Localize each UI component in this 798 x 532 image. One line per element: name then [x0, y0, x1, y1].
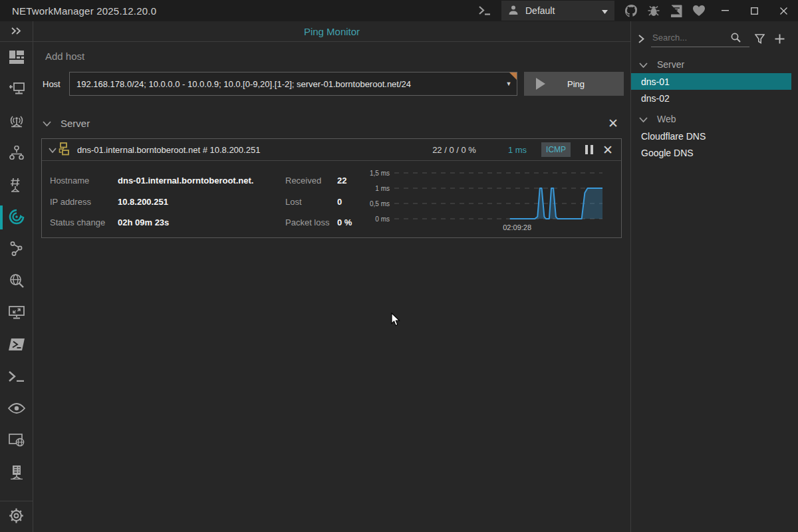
sidebar-item-snmp[interactable]: [0, 457, 33, 489]
group-chevron-icon: [639, 114, 648, 124]
settings-gear-icon: [9, 508, 24, 525]
detail-label: Hostname: [50, 176, 118, 186]
stat-label: Lost: [285, 197, 337, 207]
sidebar-item-remote-desktop[interactable]: [0, 297, 33, 329]
sidebar-item-dns-lookup[interactable]: [0, 265, 33, 297]
web-console-icon: [9, 434, 25, 449]
profile-item-cloudflare-dns[interactable]: Cloudflare DNS: [631, 128, 791, 144]
latency-value: 1 ms: [508, 145, 527, 155]
group-header: Server ✕: [43, 114, 624, 132]
profile-item-google-dns[interactable]: Google DNS: [631, 144, 791, 161]
sidebar-item-putty[interactable]: [0, 361, 33, 393]
server-rack-icon: [10, 465, 23, 481]
sidebar-item-web-console[interactable]: [0, 425, 33, 457]
detail-value: 10.8.200.251: [118, 197, 168, 207]
stat-value: 0 %: [337, 217, 352, 227]
sidebar-expand-button[interactable]: [0, 21, 33, 42]
sidebar-tools: [0, 42, 33, 501]
run-command-icon[interactable]: [473, 0, 496, 21]
filter-icon[interactable]: [749, 34, 769, 44]
svg-text:1,5 ms: 1,5 ms: [370, 170, 390, 177]
host-field-label: Host: [43, 79, 69, 89]
dashboard-icon: [9, 51, 24, 66]
sidebar-item-network-interface[interactable]: [0, 74, 33, 106]
sponsor-heart-icon[interactable]: [688, 0, 710, 21]
group-chevron-icon: [639, 60, 648, 70]
sidebar-item-dashboard[interactable]: [0, 42, 33, 74]
maximize-button[interactable]: [739, 0, 769, 21]
sidebar-item-clipped-tool[interactable]: [0, 489, 33, 501]
dns-lookup-icon: [9, 273, 24, 290]
host-close-button[interactable]: ✕: [602, 144, 613, 156]
stat-label: Received: [285, 176, 337, 186]
sidebar-item-wifi[interactable]: [0, 106, 33, 138]
sidebar-item-powershell[interactable]: [0, 329, 33, 361]
eye-icon: [8, 403, 25, 416]
ping-chart: 1,5 ms1 ms0,5 ms0 ms02:09:28: [354, 165, 620, 234]
profile-item-dns-01[interactable]: dns-01: [631, 73, 791, 90]
ping-button[interactable]: Ping: [524, 72, 624, 96]
profile-group-web[interactable]: Web: [631, 110, 798, 128]
ping-monitor-icon: [9, 209, 25, 227]
detail-label: Status change: [50, 217, 118, 227]
search-input[interactable]: [651, 30, 731, 47]
profiles-toolbar: [631, 25, 798, 52]
group-label: Server: [61, 118, 90, 129]
host-panel-header: dns-01.internal.borntoberoot.net # 10.8.…: [42, 139, 621, 161]
stat-value: 22: [337, 176, 346, 186]
panel-collapse-button[interactable]: [631, 35, 651, 43]
main-content: Ping Monitor Add host Host ▼ Ping Server…: [33, 21, 630, 532]
remote-desktop-icon: [9, 306, 25, 321]
minimize-button[interactable]: [710, 0, 739, 21]
traceroute-icon: [9, 241, 23, 258]
network-interface-icon: [9, 82, 25, 98]
host-combobox[interactable]: ▼: [69, 72, 517, 96]
documentation-icon[interactable]: [665, 0, 688, 21]
profile-group-server[interactable]: Server: [631, 56, 798, 73]
host-panel-title: dns-01.internal.borntoberoot.net # 10.8.…: [77, 145, 260, 155]
profile-name: Default: [525, 5, 595, 16]
profile-item-label: Cloudflare DNS: [641, 131, 706, 142]
sidebar-item-network-topology[interactable]: [0, 138, 33, 170]
add-host-section-label: Add host: [45, 51, 84, 62]
host-input[interactable]: [70, 79, 501, 89]
sidebar-item-ip-scanner[interactable]: [0, 170, 33, 201]
profile-selector[interactable]: Default: [501, 1, 614, 21]
protocol-badge: ICMP: [541, 142, 571, 157]
ip-scanner-icon: [10, 178, 23, 194]
svg-text:1 ms: 1 ms: [375, 185, 390, 192]
double-chevron-right-icon: [11, 27, 22, 37]
wifi-antenna-icon: [9, 114, 25, 130]
main-header: Ping Monitor: [33, 21, 630, 42]
sidebar-item-tigervnc[interactable]: [0, 393, 33, 425]
stat-value: 0: [337, 197, 342, 207]
left-sidebar: [0, 21, 33, 532]
close-button[interactable]: [769, 0, 798, 21]
play-icon: [536, 78, 545, 90]
host-row: Host ▼ Ping: [43, 72, 624, 96]
terminal-icon: [9, 371, 25, 384]
app-title: NETworkManager 2025.12.20.0: [12, 5, 156, 17]
sidebar-item-traceroute[interactable]: [0, 233, 33, 265]
group-close-button[interactable]: ✕: [608, 117, 618, 130]
panel-collapse-chevron[interactable]: [49, 145, 57, 155]
detail-value: 02h 09m 23s: [118, 217, 169, 227]
github-icon[interactable]: [620, 0, 642, 21]
bug-report-icon[interactable]: [642, 0, 665, 21]
ping-button-label: Ping: [545, 79, 606, 89]
sidebar-settings[interactable]: [0, 501, 33, 532]
group-collapse-chevron[interactable]: [43, 118, 51, 128]
sidebar-item-ping-monitor[interactable]: [0, 201, 33, 233]
combobox-caret-icon[interactable]: ▼: [501, 80, 517, 87]
clipped-tool-icon: [9, 500, 24, 501]
stat-label: Packet loss: [285, 217, 337, 227]
profile-item-dns-02[interactable]: dns-02: [631, 90, 791, 106]
search-field[interactable]: [651, 30, 749, 47]
add-profile-icon[interactable]: [769, 34, 789, 44]
pause-button[interactable]: [585, 145, 593, 154]
powershell-icon: [9, 338, 25, 352]
svg-text:0,5 ms: 0,5 ms: [370, 200, 390, 207]
host-network-status-icon: [57, 142, 70, 158]
profiles-panel: Server dns-01 dns-02 Web Cloudflare DNS …: [630, 21, 798, 532]
host-panel: dns-01.internal.borntoberoot.net # 10.8.…: [41, 138, 622, 238]
